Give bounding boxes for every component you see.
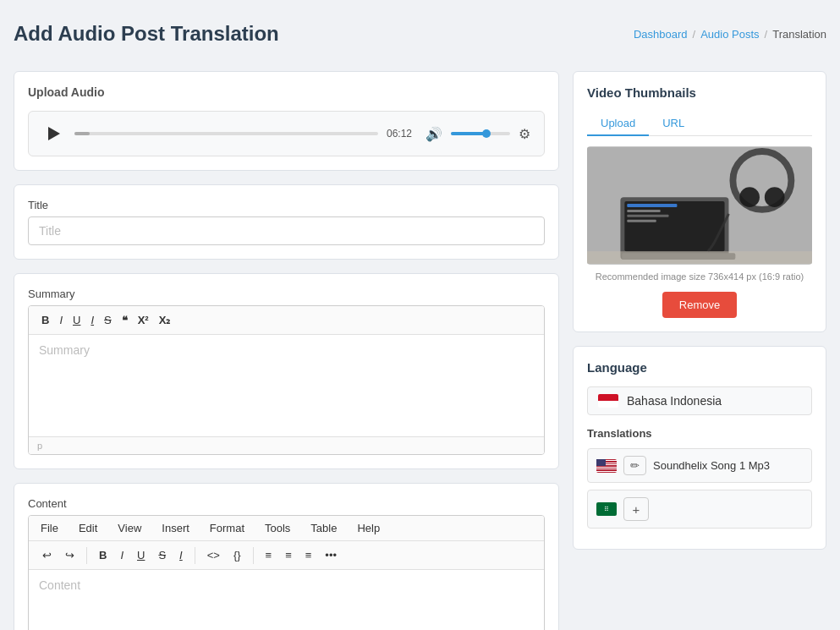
- svg-point-10: [765, 187, 785, 207]
- page-title: Add Audio Post Translation: [14, 22, 279, 46]
- content-menubar: File Edit View Insert Format Tools Table…: [29, 516, 544, 541]
- edit-translation-en[interactable]: ✏: [623, 456, 646, 475]
- translation-row-ar: ⠿ +: [587, 490, 812, 529]
- svg-point-9: [739, 187, 760, 207]
- breadcrumb-current: Translation: [772, 28, 826, 41]
- toolbar-sep-3: [253, 547, 254, 564]
- menu-tools[interactable]: Tools: [261, 520, 294, 536]
- svg-rect-6: [627, 220, 656, 222]
- add-translation-ar[interactable]: +: [623, 497, 649, 521]
- upload-audio-section: Upload Audio 06:12 🔊 ⚙: [14, 71, 559, 171]
- menu-file[interactable]: File: [37, 520, 62, 536]
- menu-help[interactable]: Help: [354, 520, 383, 536]
- content-toolbar: ↩ ↪ B I U S I <> {} ≡ ≡ ≡: [29, 541, 544, 570]
- language-title: Language: [587, 360, 812, 375]
- thumbnail-image: [587, 146, 812, 265]
- tab-upload[interactable]: Upload: [587, 112, 649, 136]
- content-card: Content File Edit View Insert Format Too…: [14, 483, 559, 630]
- page-header: Add Audio Post Translation Dashboard / A…: [14, 14, 826, 54]
- summary-label: Summary: [28, 288, 545, 300]
- language-name: Bahasa Indonesia: [627, 394, 722, 408]
- title-label: Title: [28, 199, 545, 211]
- flag-usa: [596, 459, 617, 473]
- left-column: Upload Audio 06:12 🔊 ⚙: [14, 71, 559, 630]
- language-selector[interactable]: Bahasa Indonesia: [587, 386, 812, 415]
- svg-rect-11: [587, 251, 812, 264]
- breadcrumb-sep-1: /: [693, 28, 696, 41]
- volume-track[interactable]: [451, 132, 510, 135]
- tab-url[interactable]: URL: [649, 112, 698, 136]
- content-italic[interactable]: I: [115, 545, 129, 565]
- title-card: Title: [14, 184, 559, 260]
- translation-row-en: ✏ Soundhelix Song 1 Mp3: [587, 448, 812, 483]
- summary-footer: p: [29, 436, 544, 454]
- upload-audio-label: Upload Audio: [28, 85, 545, 99]
- summary-underline[interactable]: U: [69, 311, 85, 329]
- title-input[interactable]: [28, 216, 545, 245]
- breadcrumb-audio-posts[interactable]: Audio Posts: [700, 28, 759, 41]
- language-card: Language Bahasa Indonesia Translations ✏…: [573, 346, 826, 550]
- flag-indonesia: [598, 394, 618, 408]
- summary-body[interactable]: Summary: [29, 335, 544, 436]
- summary-bold[interactable]: B: [37, 311, 53, 329]
- audio-player: 06:12 🔊 ⚙: [28, 111, 545, 156]
- translation-text-en: Soundhelix Song 1 Mp3: [653, 459, 803, 472]
- thumbnails-title: Video Thumbnails: [587, 85, 812, 100]
- thumb-rec-text: Recommended image size 736x414 px (16:9 …: [587, 271, 812, 282]
- content-code[interactable]: <>: [202, 545, 225, 565]
- menu-table[interactable]: Table: [307, 520, 340, 536]
- remove-button[interactable]: Remove: [662, 292, 737, 318]
- summary-placeholder: Summary: [39, 343, 90, 357]
- menu-edit[interactable]: Edit: [75, 520, 101, 536]
- summary-italic-underline[interactable]: I: [86, 311, 98, 329]
- content-undo[interactable]: ↩: [37, 545, 57, 565]
- summary-subscript[interactable]: X₂: [155, 311, 175, 329]
- summary-superscript[interactable]: X²: [134, 311, 153, 329]
- content-bold[interactable]: B: [94, 545, 112, 565]
- summary-strikethrough[interactable]: S: [100, 311, 116, 329]
- content-code-block[interactable]: {}: [228, 545, 246, 565]
- content-body[interactable]: Content: [29, 570, 544, 630]
- time-label: 06:12: [387, 128, 417, 140]
- svg-rect-3: [627, 204, 677, 207]
- content-label: Content: [28, 497, 545, 510]
- volume-icon[interactable]: 🔊: [425, 126, 442, 142]
- volume-thumb: [482, 129, 491, 138]
- menu-view[interactable]: View: [114, 520, 145, 536]
- content-strike[interactable]: S: [153, 545, 171, 565]
- summary-card: Summary B I U I S ❝ X² X₂ Summary: [14, 273, 559, 469]
- summary-editor: B I U I S ❝ X² X₂ Summary p: [28, 305, 545, 455]
- main-content: Upload Audio 06:12 🔊 ⚙: [14, 71, 826, 630]
- menu-format[interactable]: Format: [206, 520, 248, 536]
- summary-italic[interactable]: I: [55, 311, 67, 329]
- settings-icon[interactable]: ⚙: [519, 126, 530, 142]
- summary-tag: p: [37, 441, 42, 451]
- content-placeholder: Content: [39, 578, 80, 592]
- content-align-right[interactable]: ≡: [300, 545, 317, 565]
- thumbnails-card: Video Thumbnails Upload URL: [573, 71, 826, 332]
- flag-saudi: ⠿: [596, 502, 617, 516]
- play-button[interactable]: [42, 122, 66, 145]
- breadcrumb: Dashboard / Audio Posts / Translation: [634, 28, 826, 41]
- svg-rect-5: [627, 215, 668, 217]
- breadcrumb-sep-2: /: [765, 28, 768, 41]
- content-align-left[interactable]: ≡: [261, 545, 277, 565]
- breadcrumb-dashboard[interactable]: Dashboard: [634, 28, 688, 41]
- content-editor: File Edit View Insert Format Tools Table…: [28, 515, 545, 630]
- content-underline[interactable]: U: [132, 545, 150, 565]
- content-italic-underline[interactable]: I: [174, 545, 188, 565]
- thumb-tabs: Upload URL: [587, 112, 812, 136]
- summary-toolbar: B I U I S ❝ X² X₂: [29, 306, 544, 335]
- content-redo[interactable]: ↪: [60, 545, 80, 565]
- toolbar-sep-2: [195, 547, 195, 564]
- svg-rect-2: [624, 201, 724, 251]
- content-more[interactable]: •••: [320, 545, 342, 565]
- play-icon: [48, 127, 60, 140]
- translations-title: Translations: [587, 427, 812, 440]
- svg-rect-4: [627, 210, 660, 212]
- progress-track[interactable]: [74, 132, 378, 135]
- summary-blockquote[interactable]: ❝: [118, 311, 132, 329]
- menu-insert[interactable]: Insert: [158, 520, 193, 536]
- content-align-center[interactable]: ≡: [280, 545, 297, 565]
- right-column: Video Thumbnails Upload URL: [573, 71, 826, 550]
